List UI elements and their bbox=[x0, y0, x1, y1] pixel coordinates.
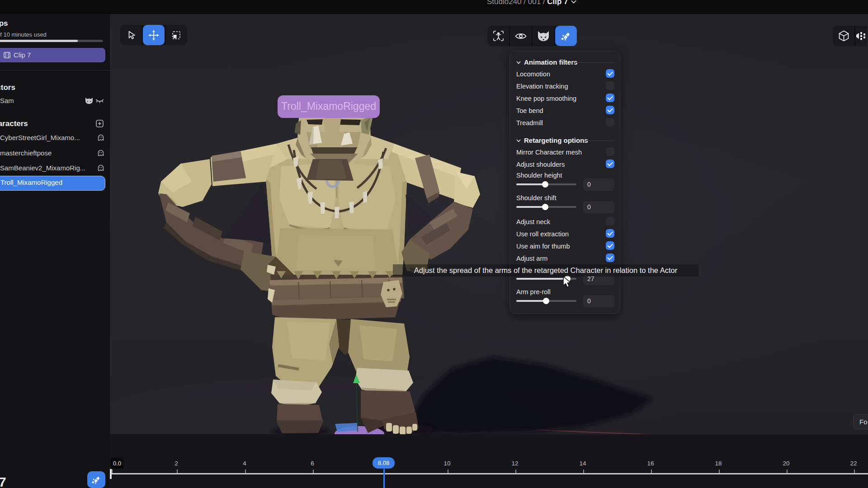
svg-text:Troll_MixamoRigged: Troll_MixamoRigged bbox=[281, 100, 376, 112]
